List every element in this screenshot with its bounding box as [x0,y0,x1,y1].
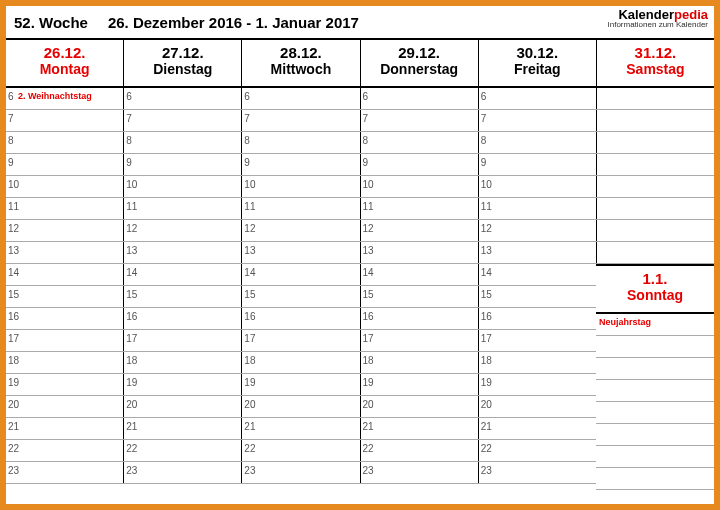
hour-label: 23 [126,465,137,476]
hour-label: 20 [481,399,492,410]
sunday-row [596,358,714,380]
hour-cell: 21 [124,418,242,439]
hour-cell: 8 [6,132,124,153]
hour-grid: 62. Weihnachtstag66667777788888999991010… [6,88,714,484]
hour-cell: 19 [242,374,360,395]
hour-label: 15 [8,289,19,300]
hour-cell: 11 [124,198,242,219]
hour-cell: 19 [124,374,242,395]
hour-label: 14 [363,267,374,278]
hour-cell: 13 [361,242,479,263]
hour-row: 77777 [6,110,714,132]
hour-cell: 7 [479,110,597,131]
hour-label: 12 [244,223,255,234]
hour-cell: 16 [361,308,479,329]
hour-label: 19 [126,377,137,388]
hour-cell: 13 [479,242,597,263]
hour-cell: 21 [6,418,124,439]
hour-label: 16 [8,311,19,322]
hour-label: 6 [481,91,487,102]
hour-label: 10 [126,179,137,190]
day-name: Dienstag [124,61,241,77]
hour-label: 16 [244,311,255,322]
hour-label: 15 [126,289,137,300]
hour-cell: 19 [361,374,479,395]
hour-cell: 15 [479,286,597,307]
brand: Kalenderpedia Informationen zum Kalender [608,8,709,29]
hour-label: 11 [363,201,374,212]
hour-cell: 17 [124,330,242,351]
hour-cell: 18 [242,352,360,373]
holiday-label: 2. Weihnachtstag [18,91,92,101]
hour-label: 19 [244,377,255,388]
hour-cell: 20 [6,396,124,417]
hour-label: 9 [244,157,250,168]
hour-cell: 23 [242,462,360,483]
hour-label: 20 [363,399,374,410]
hour-row: 1212121212 [6,220,714,242]
hour-label: 11 [126,201,137,212]
day-header: 28.12.Mittwoch [242,40,360,86]
hour-cell: 19 [6,374,124,395]
sunday-row [596,336,714,358]
hour-label: 10 [363,179,374,190]
hour-cell [597,154,714,175]
hour-cell: 18 [6,352,124,373]
hour-label: 9 [126,157,132,168]
day-name: Freitag [479,61,596,77]
hour-cell: 14 [124,264,242,285]
day-date: 29.12. [361,44,478,61]
hour-label: 6 [244,91,250,102]
day-name: Samstag [597,61,714,77]
hour-cell: 9 [6,154,124,175]
hour-cell: 21 [361,418,479,439]
hour-label: 16 [126,311,137,322]
hour-label: 10 [8,179,19,190]
hour-label: 13 [363,245,374,256]
sunday-row [596,402,714,424]
hour-cell [597,110,714,131]
hour-cell: 9 [242,154,360,175]
hour-cell: 18 [124,352,242,373]
hour-label: 12 [8,223,19,234]
date-range: 26. Dezember 2016 - 1. Januar 2017 [108,14,359,31]
hour-cell: 16 [479,308,597,329]
hour-label: 16 [481,311,492,322]
sunday-header: 1.1.Sonntag [596,266,714,314]
sunday-name: Sonntag [596,287,714,303]
hour-row: 1010101010 [6,176,714,198]
hour-label: 20 [244,399,255,410]
day-name: Donnerstag [361,61,478,77]
sunday-row [596,468,714,490]
hour-label: 6 [363,91,369,102]
hour-label: 11 [244,201,255,212]
hour-label: 7 [126,113,132,124]
hour-label: 18 [481,355,492,366]
day-name: Mittwoch [242,61,359,77]
sunday-block: 1.1.SonntagNeujahrstag [596,264,714,490]
hour-label: 19 [481,377,492,388]
hour-label: 10 [244,179,255,190]
hour-cell: 11 [361,198,479,219]
day-date: 31.12. [597,44,714,61]
hour-cell: 9 [479,154,597,175]
hour-cell: 11 [479,198,597,219]
hour-cell: 10 [242,176,360,197]
hour-label: 9 [8,157,14,168]
hour-cell: 62. Weihnachtstag [6,88,124,109]
hour-cell: 6 [479,88,597,109]
hour-cell: 9 [361,154,479,175]
hour-cell: 17 [6,330,124,351]
hour-cell: 12 [361,220,479,241]
hour-cell: 15 [6,286,124,307]
hour-label: 10 [481,179,492,190]
hour-label: 11 [481,201,492,212]
hour-label: 21 [126,421,137,432]
hour-cell: 12 [242,220,360,241]
hour-cell: 13 [242,242,360,263]
hour-cell: 22 [361,440,479,461]
hour-cell: 22 [479,440,597,461]
hour-cell: 6 [124,88,242,109]
hour-cell: 13 [6,242,124,263]
hour-label: 20 [126,399,137,410]
